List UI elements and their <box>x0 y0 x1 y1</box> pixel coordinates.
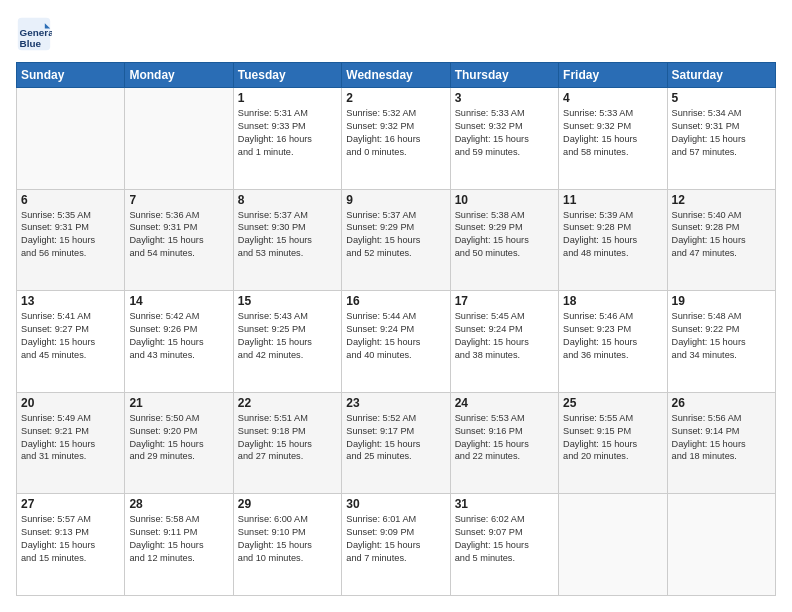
day-number: 22 <box>238 396 337 410</box>
day-info: Sunrise: 5:36 AM Sunset: 9:31 PM Dayligh… <box>129 209 228 261</box>
day-info: Sunrise: 6:00 AM Sunset: 9:10 PM Dayligh… <box>238 513 337 565</box>
day-info: Sunrise: 5:37 AM Sunset: 9:30 PM Dayligh… <box>238 209 337 261</box>
calendar-table: SundayMondayTuesdayWednesdayThursdayFrid… <box>16 62 776 596</box>
day-info: Sunrise: 5:37 AM Sunset: 9:29 PM Dayligh… <box>346 209 445 261</box>
calendar-cell: 5Sunrise: 5:34 AM Sunset: 9:31 PM Daylig… <box>667 88 775 190</box>
day-number: 9 <box>346 193 445 207</box>
day-info: Sunrise: 5:41 AM Sunset: 9:27 PM Dayligh… <box>21 310 120 362</box>
day-number: 30 <box>346 497 445 511</box>
calendar-cell: 23Sunrise: 5:52 AM Sunset: 9:17 PM Dayli… <box>342 392 450 494</box>
day-info: Sunrise: 5:45 AM Sunset: 9:24 PM Dayligh… <box>455 310 554 362</box>
day-number: 27 <box>21 497 120 511</box>
day-number: 10 <box>455 193 554 207</box>
day-number: 18 <box>563 294 662 308</box>
calendar-cell: 14Sunrise: 5:42 AM Sunset: 9:26 PM Dayli… <box>125 291 233 393</box>
calendar-cell: 30Sunrise: 6:01 AM Sunset: 9:09 PM Dayli… <box>342 494 450 596</box>
day-info: Sunrise: 5:51 AM Sunset: 9:18 PM Dayligh… <box>238 412 337 464</box>
day-info: Sunrise: 5:48 AM Sunset: 9:22 PM Dayligh… <box>672 310 771 362</box>
calendar-cell <box>559 494 667 596</box>
day-info: Sunrise: 5:58 AM Sunset: 9:11 PM Dayligh… <box>129 513 228 565</box>
weekday-header-tuesday: Tuesday <box>233 63 341 88</box>
day-info: Sunrise: 5:56 AM Sunset: 9:14 PM Dayligh… <box>672 412 771 464</box>
day-info: Sunrise: 5:50 AM Sunset: 9:20 PM Dayligh… <box>129 412 228 464</box>
week-row-2: 6Sunrise: 5:35 AM Sunset: 9:31 PM Daylig… <box>17 189 776 291</box>
calendar-cell: 25Sunrise: 5:55 AM Sunset: 9:15 PM Dayli… <box>559 392 667 494</box>
calendar-cell: 26Sunrise: 5:56 AM Sunset: 9:14 PM Dayli… <box>667 392 775 494</box>
day-number: 26 <box>672 396 771 410</box>
day-number: 5 <box>672 91 771 105</box>
week-row-1: 1Sunrise: 5:31 AM Sunset: 9:33 PM Daylig… <box>17 88 776 190</box>
day-info: Sunrise: 5:53 AM Sunset: 9:16 PM Dayligh… <box>455 412 554 464</box>
day-info: Sunrise: 5:38 AM Sunset: 9:29 PM Dayligh… <box>455 209 554 261</box>
day-number: 13 <box>21 294 120 308</box>
day-number: 15 <box>238 294 337 308</box>
week-row-4: 20Sunrise: 5:49 AM Sunset: 9:21 PM Dayli… <box>17 392 776 494</box>
day-info: Sunrise: 5:57 AM Sunset: 9:13 PM Dayligh… <box>21 513 120 565</box>
calendar-cell: 6Sunrise: 5:35 AM Sunset: 9:31 PM Daylig… <box>17 189 125 291</box>
calendar-cell: 3Sunrise: 5:33 AM Sunset: 9:32 PM Daylig… <box>450 88 558 190</box>
day-info: Sunrise: 5:44 AM Sunset: 9:24 PM Dayligh… <box>346 310 445 362</box>
calendar-cell: 21Sunrise: 5:50 AM Sunset: 9:20 PM Dayli… <box>125 392 233 494</box>
weekday-header-wednesday: Wednesday <box>342 63 450 88</box>
calendar-cell: 31Sunrise: 6:02 AM Sunset: 9:07 PM Dayli… <box>450 494 558 596</box>
day-number: 17 <box>455 294 554 308</box>
logo-icon: General Blue <box>16 16 52 52</box>
day-info: Sunrise: 5:34 AM Sunset: 9:31 PM Dayligh… <box>672 107 771 159</box>
day-number: 4 <box>563 91 662 105</box>
day-info: Sunrise: 5:55 AM Sunset: 9:15 PM Dayligh… <box>563 412 662 464</box>
day-number: 14 <box>129 294 228 308</box>
day-number: 25 <box>563 396 662 410</box>
calendar-cell: 18Sunrise: 5:46 AM Sunset: 9:23 PM Dayli… <box>559 291 667 393</box>
day-number: 20 <box>21 396 120 410</box>
calendar-cell: 19Sunrise: 5:48 AM Sunset: 9:22 PM Dayli… <box>667 291 775 393</box>
calendar-cell <box>125 88 233 190</box>
day-info: Sunrise: 5:43 AM Sunset: 9:25 PM Dayligh… <box>238 310 337 362</box>
calendar-cell: 29Sunrise: 6:00 AM Sunset: 9:10 PM Dayli… <box>233 494 341 596</box>
calendar-cell: 16Sunrise: 5:44 AM Sunset: 9:24 PM Dayli… <box>342 291 450 393</box>
day-info: Sunrise: 5:35 AM Sunset: 9:31 PM Dayligh… <box>21 209 120 261</box>
header: General Blue <box>16 16 776 52</box>
day-number: 21 <box>129 396 228 410</box>
day-number: 1 <box>238 91 337 105</box>
day-info: Sunrise: 5:52 AM Sunset: 9:17 PM Dayligh… <box>346 412 445 464</box>
calendar-cell: 9Sunrise: 5:37 AM Sunset: 9:29 PM Daylig… <box>342 189 450 291</box>
calendar-cell: 24Sunrise: 5:53 AM Sunset: 9:16 PM Dayli… <box>450 392 558 494</box>
weekday-header-saturday: Saturday <box>667 63 775 88</box>
day-info: Sunrise: 5:42 AM Sunset: 9:26 PM Dayligh… <box>129 310 228 362</box>
calendar-cell: 17Sunrise: 5:45 AM Sunset: 9:24 PM Dayli… <box>450 291 558 393</box>
logo: General Blue <box>16 16 56 52</box>
week-row-5: 27Sunrise: 5:57 AM Sunset: 9:13 PM Dayli… <box>17 494 776 596</box>
calendar-cell: 11Sunrise: 5:39 AM Sunset: 9:28 PM Dayli… <box>559 189 667 291</box>
day-number: 28 <box>129 497 228 511</box>
day-number: 31 <box>455 497 554 511</box>
weekday-header-row: SundayMondayTuesdayWednesdayThursdayFrid… <box>17 63 776 88</box>
svg-text:Blue: Blue <box>20 38 42 49</box>
day-info: Sunrise: 5:33 AM Sunset: 9:32 PM Dayligh… <box>455 107 554 159</box>
day-info: Sunrise: 5:33 AM Sunset: 9:32 PM Dayligh… <box>563 107 662 159</box>
day-info: Sunrise: 5:40 AM Sunset: 9:28 PM Dayligh… <box>672 209 771 261</box>
calendar-cell: 27Sunrise: 5:57 AM Sunset: 9:13 PM Dayli… <box>17 494 125 596</box>
day-number: 7 <box>129 193 228 207</box>
day-number: 3 <box>455 91 554 105</box>
calendar-cell: 1Sunrise: 5:31 AM Sunset: 9:33 PM Daylig… <box>233 88 341 190</box>
calendar-cell <box>17 88 125 190</box>
weekday-header-friday: Friday <box>559 63 667 88</box>
day-number: 16 <box>346 294 445 308</box>
calendar-cell: 4Sunrise: 5:33 AM Sunset: 9:32 PM Daylig… <box>559 88 667 190</box>
calendar-cell: 28Sunrise: 5:58 AM Sunset: 9:11 PM Dayli… <box>125 494 233 596</box>
calendar-cell: 20Sunrise: 5:49 AM Sunset: 9:21 PM Dayli… <box>17 392 125 494</box>
day-number: 8 <box>238 193 337 207</box>
day-number: 11 <box>563 193 662 207</box>
weekday-header-sunday: Sunday <box>17 63 125 88</box>
day-number: 2 <box>346 91 445 105</box>
day-info: Sunrise: 6:02 AM Sunset: 9:07 PM Dayligh… <box>455 513 554 565</box>
weekday-header-thursday: Thursday <box>450 63 558 88</box>
day-info: Sunrise: 6:01 AM Sunset: 9:09 PM Dayligh… <box>346 513 445 565</box>
day-info: Sunrise: 5:46 AM Sunset: 9:23 PM Dayligh… <box>563 310 662 362</box>
day-number: 23 <box>346 396 445 410</box>
calendar-cell <box>667 494 775 596</box>
calendar-cell: 13Sunrise: 5:41 AM Sunset: 9:27 PM Dayli… <box>17 291 125 393</box>
calendar-cell: 15Sunrise: 5:43 AM Sunset: 9:25 PM Dayli… <box>233 291 341 393</box>
calendar-cell: 12Sunrise: 5:40 AM Sunset: 9:28 PM Dayli… <box>667 189 775 291</box>
day-number: 29 <box>238 497 337 511</box>
